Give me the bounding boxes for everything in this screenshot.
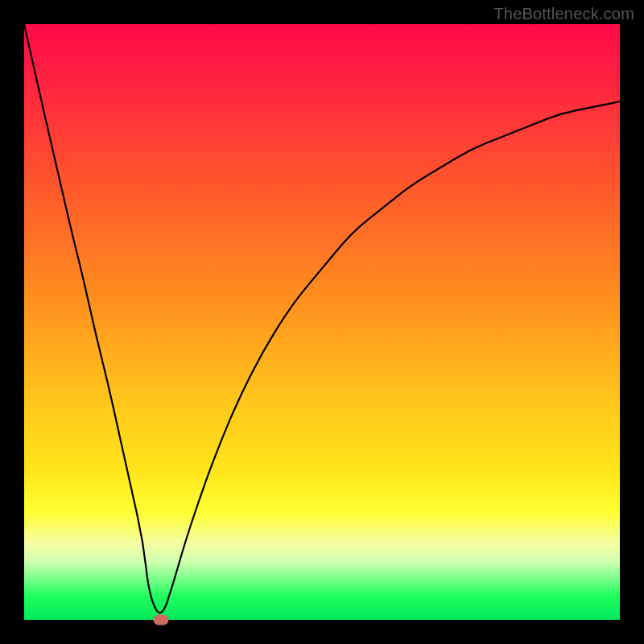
chart-background-gradient	[24, 24, 620, 620]
chart-svg	[24, 24, 620, 620]
app-frame: TheBottleneck.com	[0, 0, 644, 644]
watermark-text: TheBottleneck.com	[493, 5, 634, 23]
minimum-point-marker	[154, 615, 169, 625]
bottleneck-chart	[24, 24, 620, 620]
